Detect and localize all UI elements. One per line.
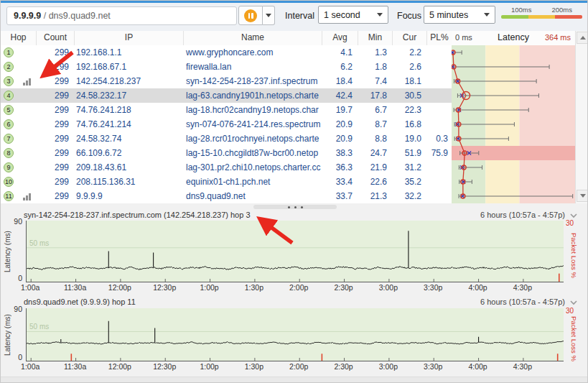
cell-cur: 2.2 (393, 45, 427, 60)
x-tick-label: 4:30p (513, 362, 532, 371)
cell-pl: 0.3 (427, 131, 452, 146)
table-scrollbar[interactable] (575, 31, 588, 203)
scroll-up-button[interactable] (577, 32, 588, 44)
table-row[interactable]: 529974.76.241.218lag-18.hcr02candny19.ne… (1, 103, 452, 117)
pause-options-button[interactable] (263, 6, 275, 25)
cell-name: lag-18.hcr02candny19.netops.char (184, 103, 322, 117)
hop-badge: 5 (4, 105, 14, 115)
col-header-ip[interactable]: IP (75, 31, 184, 45)
cell-min: 21.3 (358, 189, 393, 203)
cell-cur: 51.9 (393, 146, 427, 160)
table-row[interactable]: 829966.109.6.72lag-15-10.chcgildt87w-bcr… (1, 146, 452, 160)
collapse-chevron-icon[interactable] (569, 298, 579, 307)
arrow-up-icon (580, 36, 586, 40)
x-tick-label: 11:30a (64, 362, 86, 371)
cell-ip: 192.168.67.1 (75, 60, 184, 74)
col-header-name[interactable]: Name (184, 31, 322, 45)
scroll-down-button[interactable] (577, 190, 588, 202)
cell-cur: 32.2 (393, 189, 427, 203)
table-row[interactable]: 729924.58.32.74lag-28.rcr01rochnyei.neto… (1, 131, 452, 146)
table-row[interactable]: 429924.58.232.17lag-63.candny1901h.netop… (1, 88, 452, 103)
x-tick-label: 2:00p (289, 283, 308, 292)
col-header-hop[interactable]: Hop (1, 31, 37, 45)
x-tick-label: 2:30p (334, 283, 353, 292)
y2-axis-title: Packet Loss % (570, 315, 578, 362)
cell-ip: 24.58.32.74 (75, 131, 184, 146)
grip-dots-icon (294, 206, 297, 208)
x-tick-label: 4:00p (468, 362, 487, 371)
x-tick-label: 1:00p (200, 362, 218, 371)
cell-pl (427, 160, 452, 175)
cell-cur: 18.1 (393, 74, 427, 88)
cell-name: syn-142-254-218-237.inf.spectrum (184, 74, 322, 88)
panel-splitter[interactable] (1, 203, 588, 210)
interval-value: 1 second (324, 10, 360, 20)
cell-count: 299 (37, 88, 75, 103)
cell-ip: 74.76.241.218 (75, 103, 184, 117)
cell-ip: 66.109.6.72 (75, 146, 184, 160)
target-input[interactable]: 9.9.9.9 / dns9.quad9.net (6, 6, 237, 25)
arrow-down-icon (580, 194, 586, 198)
table-row[interactable]: 112999.9.9.9dns9.quad9.net33.721.332.2 (1, 189, 452, 203)
col-header-min[interactable]: Min (358, 31, 393, 45)
cell-min: 1.3 (358, 45, 393, 60)
table-body: 1299192.168.1.1www.gryphoncare.com4.11.3… (1, 45, 452, 203)
svg-text:50 ms: 50 ms (29, 323, 49, 331)
hop-latency-chart[interactable] (452, 45, 575, 203)
cell-count: 299 (37, 117, 75, 131)
table-row[interactable]: 629974.76.241.214syn-074-076-241-214.res… (1, 117, 452, 131)
focus-value: 5 minutes (429, 10, 468, 20)
interval-dropdown[interactable]: 1 second (318, 6, 388, 24)
timeline-graph-hop11: dns9.quad9.net (9.9.9.9) hop 11 6 hours … (1, 297, 588, 376)
window-footer (1, 377, 588, 383)
cell-cur: 22.3 (393, 103, 427, 117)
cell-ip: 209.18.43.61 (75, 160, 184, 175)
x-tick-label: 11:30a (64, 283, 86, 292)
cell-min: 8.7 (358, 117, 393, 131)
x-tick-label: 3:00p (379, 362, 398, 371)
cell-ip: 192.168.1.1 (75, 45, 184, 60)
cell-min: 21.9 (358, 160, 393, 175)
table-row[interactable]: 10299208.115.136.31equinix01-ch1.pch.net… (1, 175, 452, 189)
cell-count: 299 (37, 175, 75, 189)
table-row[interactable]: 2299192.168.67.1firewalla.lan6.21.82.6 (1, 60, 452, 74)
x-tick-label: 12:30p (153, 283, 176, 292)
table-row[interactable]: 1299192.168.1.1www.gryphoncare.com4.11.3… (1, 45, 452, 60)
plot-area[interactable]: 50 ms (26, 221, 564, 282)
cell-name: www.gryphoncare.com (184, 45, 322, 60)
cell-ip: 74.76.241.214 (75, 117, 184, 131)
table-row[interactable]: 9299209.18.43.61lag-301.pr2.chi10.netops… (1, 160, 452, 175)
graph-time-range: 6 hours (10:57a - 4:57p) (480, 211, 565, 219)
col-header-count[interactable]: Count (37, 31, 75, 45)
splitter-handle[interactable] (253, 205, 337, 209)
cell-count: 299 (37, 160, 75, 175)
latency-gradient-bar (501, 15, 582, 19)
latency-chart-header: 0 ms Latency 364 ms (452, 31, 575, 46)
cell-avg: 20.9 (322, 131, 358, 146)
cell-avg: 36.3 (322, 160, 358, 175)
focus-dropdown[interactable]: 5 minutes (424, 6, 495, 24)
cell-cur: 30.5 (393, 88, 427, 103)
pause-button[interactable] (238, 6, 263, 25)
col-header-cur[interactable]: Cur (393, 31, 427, 45)
hop-badge: 9 (4, 162, 14, 172)
plot-area[interactable]: 50 ms (26, 308, 564, 361)
focus-label: Focus (397, 11, 421, 21)
x-tick-label: 1:00a (21, 362, 39, 371)
cell-min: 6.7 (358, 103, 393, 117)
col-header-avg[interactable]: Avg (322, 31, 358, 45)
target-hostname: dns9.quad9.net (49, 11, 111, 21)
cell-pl (427, 74, 452, 88)
cell-name: lag-15-10.chcgildt87w-bcr00.netop (184, 146, 322, 160)
chevron-down-icon (266, 14, 271, 17)
cell-avg: 19.7 (322, 103, 358, 117)
cell-name: firewalla.lan (184, 60, 322, 74)
cell-pl (427, 103, 452, 117)
x-axis-labels: 1:00a11:30a12:00p12:30p1:00p1:30p2:00p2:… (26, 362, 563, 372)
timeline-graph-hop3: syn-142-254-218-237.inf.spectrum.com (14… (1, 210, 588, 296)
x-tick-label: 1:00p (200, 283, 218, 292)
col-header-pl[interactable]: PL% (427, 31, 452, 45)
cell-count: 299 (37, 131, 75, 146)
x-tick-label: 1:30p (245, 362, 263, 371)
table-row[interactable]: 3299142.254.218.237syn-142-254-218-237.i… (1, 74, 452, 88)
